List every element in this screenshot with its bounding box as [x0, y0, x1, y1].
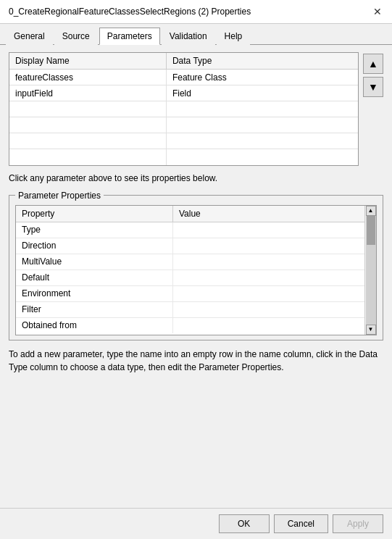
- scroll-thumb[interactable]: [367, 216, 375, 245]
- move-up-button[interactable]: ▲: [363, 54, 383, 74]
- cell-data-type-2[interactable]: Field: [166, 85, 358, 101]
- col-header-property: Property: [16, 206, 172, 222]
- prop-val-environment[interactable]: [172, 285, 364, 301]
- scroll-up-arrow[interactable]: ▲: [366, 206, 376, 216]
- params-table: Display Name Data Type featureClasses Fe…: [9, 53, 358, 165]
- prop-val-direction[interactable]: [172, 238, 364, 254]
- tabs-bar: General Source Parameters Validation Hel…: [0, 24, 392, 45]
- tab-source[interactable]: Source: [54, 28, 98, 45]
- tab-general[interactable]: General: [6, 28, 53, 45]
- prop-name-type: Type: [16, 222, 172, 238]
- tab-validation[interactable]: Validation: [162, 28, 215, 45]
- bottom-bar: OK Cancel Apply: [0, 508, 392, 539]
- cancel-button[interactable]: Cancel: [274, 514, 328, 533]
- tab-parameters[interactable]: Parameters: [99, 28, 160, 45]
- prop-row[interactable]: Type: [16, 222, 364, 238]
- table-row[interactable]: [9, 117, 358, 133]
- col-header-display-name: Display Name: [9, 53, 166, 70]
- prop-val-multivalue[interactable]: [172, 254, 364, 270]
- prop-val-filter[interactable]: [172, 301, 364, 317]
- arrow-buttons: ▲ ▼: [363, 54, 383, 97]
- prop-row[interactable]: Direction: [16, 238, 364, 254]
- table-row[interactable]: [9, 149, 358, 165]
- title-bar: 0_CreateRegionalFeatureClassesSelectRegi…: [0, 0, 392, 24]
- col-header-value: Value: [172, 206, 364, 222]
- hint-text: Click any parameter above to see its pro…: [9, 173, 383, 183]
- close-button[interactable]: ✕: [372, 6, 383, 17]
- cell-display-name-2[interactable]: inputField: [9, 85, 166, 101]
- param-properties-fieldset: Parameter Properties Property Value Type: [9, 191, 383, 340]
- ok-button[interactable]: OK: [219, 514, 270, 533]
- prop-name-filter: Filter: [16, 301, 172, 317]
- prop-name-obtained-from: Obtained from: [16, 317, 172, 333]
- table-row[interactable]: [9, 101, 358, 117]
- prop-val-default[interactable]: [172, 270, 364, 285]
- param-properties-legend: Parameter Properties: [15, 191, 104, 201]
- params-table-container: Display Name Data Type featureClasses Fe…: [9, 52, 359, 166]
- cell-display-name-6[interactable]: [9, 149, 166, 165]
- prop-row[interactable]: Obtained from: [16, 317, 364, 333]
- prop-val-type[interactable]: [172, 222, 364, 238]
- cell-data-type-6[interactable]: [166, 149, 358, 165]
- prop-name-multivalue: MultiValue: [16, 254, 172, 270]
- main-content: Display Name Data Type featureClasses Fe…: [0, 45, 392, 508]
- prop-name-default: Default: [16, 270, 172, 285]
- cell-display-name-4[interactable]: [9, 117, 166, 133]
- prop-table-wrapper: Property Value Type Direction: [15, 205, 377, 335]
- prop-row[interactable]: Default: [16, 270, 364, 285]
- col-header-data-type: Data Type: [166, 53, 358, 70]
- window-title: 0_CreateRegionalFeatureClassesSelectRegi…: [9, 7, 251, 17]
- cell-display-name-3[interactable]: [9, 101, 166, 117]
- table-row[interactable]: [9, 133, 358, 149]
- cell-data-type-3[interactable]: [166, 101, 358, 117]
- prop-table: Property Value Type Direction: [16, 206, 364, 334]
- scroll-track[interactable]: [366, 216, 376, 325]
- table-row[interactable]: featureClasses Feature Class: [9, 70, 358, 85]
- description-text: To add a new parameter, type the name in…: [9, 348, 383, 374]
- cell-data-type-1[interactable]: Feature Class: [166, 70, 358, 85]
- apply-button[interactable]: Apply: [333, 514, 383, 533]
- cell-display-name-1[interactable]: featureClasses: [9, 70, 166, 85]
- scrollbar[interactable]: ▲ ▼: [364, 206, 376, 335]
- prop-table-inner[interactable]: Property Value Type Direction: [16, 206, 364, 335]
- cell-data-type-4[interactable]: [166, 117, 358, 133]
- table-row[interactable]: inputField Field: [9, 85, 358, 101]
- prop-row[interactable]: Environment: [16, 285, 364, 301]
- prop-name-environment: Environment: [16, 285, 172, 301]
- prop-name-direction: Direction: [16, 238, 172, 254]
- scroll-down-arrow[interactable]: ▼: [366, 325, 376, 335]
- prop-val-obtained-from[interactable]: [172, 317, 364, 333]
- cell-display-name-5[interactable]: [9, 133, 166, 149]
- prop-row[interactable]: MultiValue: [16, 254, 364, 270]
- prop-row[interactable]: Filter: [16, 301, 364, 317]
- cell-data-type-5[interactable]: [166, 133, 358, 149]
- move-down-button[interactable]: ▼: [363, 77, 383, 97]
- params-section: Display Name Data Type featureClasses Fe…: [9, 52, 383, 166]
- tab-help[interactable]: Help: [217, 28, 251, 45]
